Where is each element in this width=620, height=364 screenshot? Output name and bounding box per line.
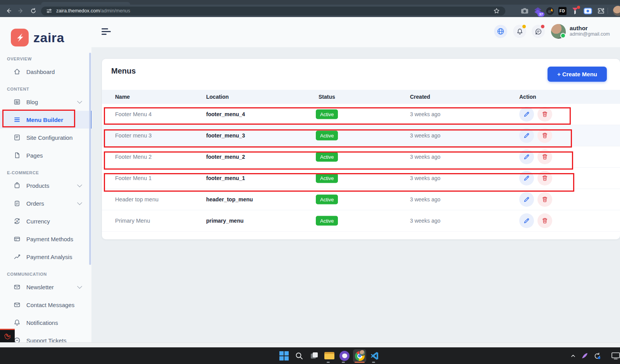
- sidebar-item-payment-methods[interactable]: Payment Methods: [0, 230, 91, 248]
- pencil-icon: [523, 175, 530, 182]
- menus-card: Menus + Create Menu Name Location Status…: [102, 59, 620, 239]
- screen-record-icon: [584, 8, 592, 14]
- sidebar-item-label: Pages: [26, 152, 43, 159]
- status-badge: Active: [316, 195, 338, 204]
- edit-button[interactable]: [519, 107, 534, 122]
- url-bar[interactable]: zaira.themedox.com/admin/menus: [41, 7, 505, 15]
- active-indicator: [355, 362, 365, 363]
- task-view-icon: [310, 351, 319, 361]
- table-row: Footer Menu 2 footer_menu_2 Active 3 wee…: [102, 146, 620, 168]
- file-explorer-button[interactable]: [323, 349, 336, 362]
- bookmark-star-icon[interactable]: [493, 8, 500, 14]
- reload-button[interactable]: [29, 6, 38, 15]
- extension-badge-count: 37: [537, 12, 544, 17]
- table-row: Footer Menu 1 footer_menu_1 Active 3 wee…: [102, 168, 620, 189]
- laravel-debugbar-toggle[interactable]: [0, 329, 15, 343]
- edit-button[interactable]: [519, 192, 534, 207]
- tray-chevron-button[interactable]: [567, 349, 580, 362]
- create-menu-button[interactable]: + Create Menu: [548, 67, 607, 82]
- notifications-button[interactable]: [513, 25, 526, 38]
- tray-monitor-app[interactable]: [609, 349, 620, 362]
- extensions-menu[interactable]: [596, 7, 605, 15]
- menu-location: footer_menu_1: [206, 175, 245, 181]
- github-desktop-button[interactable]: [338, 349, 351, 362]
- chat-icon: [535, 28, 542, 35]
- sidebar: zaira OVERVIEW Dashboard CONTENT Blog Me…: [0, 17, 91, 347]
- section-label-overview: OVERVIEW: [7, 57, 91, 63]
- sidebar-item-payment-analysis[interactable]: Payment Analysis: [0, 248, 91, 266]
- sidebar-item-contact-messages[interactable]: Contact Messages: [0, 296, 91, 314]
- sidebar-item-pages[interactable]: Pages: [0, 146, 91, 164]
- extension-camera[interactable]: [520, 7, 529, 15]
- github-icon: [339, 351, 350, 361]
- pencil-icon: [523, 111, 530, 118]
- task-view-button[interactable]: [308, 349, 321, 362]
- sidebar-item-label: Contact Messages: [26, 302, 74, 308]
- extension-dark-orange[interactable]: [546, 7, 554, 15]
- table-row: Primary Menu primary_menu Active 3 weeks…: [102, 210, 620, 232]
- status-badge: Active: [316, 110, 338, 119]
- sidebar-item-products[interactable]: Products: [0, 177, 91, 194]
- vscode-button[interactable]: [368, 349, 381, 362]
- sidebar-item-newsletter[interactable]: Newsletter: [0, 278, 91, 296]
- tray-feather-app[interactable]: [578, 349, 591, 362]
- fd-icon: FD: [558, 7, 567, 15]
- orders-icon: [13, 199, 21, 207]
- sidebar-item-currency[interactable]: $ Currency: [0, 212, 91, 230]
- sidebar-toggle-button[interactable]: [102, 28, 111, 35]
- messages-button[interactable]: [532, 25, 545, 38]
- table-row: Header top menu header_top_menu Active 3…: [102, 189, 620, 210]
- menu-name: Footer Menu 2: [115, 154, 152, 160]
- edit-button[interactable]: [519, 213, 534, 228]
- browser-horizontal-scrollbar[interactable]: [0, 342, 620, 348]
- sidebar-item-label: Newsletter: [26, 284, 54, 290]
- sidebar-item-label: Notifications: [26, 319, 58, 326]
- extension-purple[interactable]: 37: [534, 7, 542, 15]
- products-icon: [13, 182, 21, 189]
- chevron-down-icon: [77, 182, 82, 187]
- extension-blue[interactable]: [584, 7, 592, 15]
- delete-button[interactable]: [537, 171, 552, 185]
- user-email: admin@gmail.com: [570, 31, 610, 37]
- language-button[interactable]: [494, 25, 507, 38]
- site-info-icon[interactable]: [46, 8, 52, 14]
- back-button[interactable]: [4, 6, 13, 15]
- extension-pink[interactable]: [571, 7, 579, 15]
- user-menu[interactable]: [551, 24, 566, 39]
- extension-fd[interactable]: FD: [558, 7, 567, 15]
- sidebar-item-menu-builder[interactable]: Menu Builder: [0, 111, 91, 129]
- pencil-icon: [523, 153, 530, 160]
- edit-button[interactable]: [519, 171, 534, 185]
- edit-button[interactable]: [519, 149, 534, 164]
- start-button[interactable]: [277, 349, 291, 362]
- feather-icon: [581, 352, 589, 360]
- taskbar-search[interactable]: [293, 349, 306, 362]
- running-indicator: [327, 362, 330, 363]
- sidebar-item-dashboard[interactable]: Dashboard: [0, 63, 91, 81]
- logo[interactable]: zaira: [0, 17, 91, 50]
- status-badge: Active: [316, 216, 338, 226]
- browser-profile-avatar[interactable]: [613, 6, 620, 16]
- section-label-communication: COMMUNICATION: [7, 272, 91, 278]
- active-tab[interactable]: [41, 2, 130, 5]
- delete-button[interactable]: [537, 192, 552, 207]
- pencil-icon: [523, 217, 530, 224]
- delete-button[interactable]: [537, 128, 552, 143]
- user-name: author: [570, 25, 610, 31]
- sidebar-item-blog[interactable]: Blog: [0, 93, 91, 111]
- chrome-button[interactable]: [353, 349, 366, 362]
- forward-button[interactable]: [16, 6, 26, 15]
- home-icon: [13, 68, 21, 76]
- delete-button[interactable]: [537, 107, 552, 122]
- sidebar-item-site-configuration[interactable]: Site Configuration: [0, 129, 91, 146]
- menu-builder-icon: [13, 116, 21, 124]
- sidebar-scrollbar[interactable]: [89, 53, 91, 265]
- edit-button[interactable]: [519, 128, 534, 143]
- sidebar-item-label: Orders: [26, 200, 44, 207]
- tray-sync-app[interactable]: [591, 349, 604, 362]
- menu-created: 3 weeks ago: [410, 175, 441, 181]
- sidebar-item-orders[interactable]: Orders: [0, 194, 91, 212]
- delete-button[interactable]: [537, 213, 552, 228]
- delete-button[interactable]: [537, 149, 552, 164]
- credit-card-icon: [13, 235, 21, 243]
